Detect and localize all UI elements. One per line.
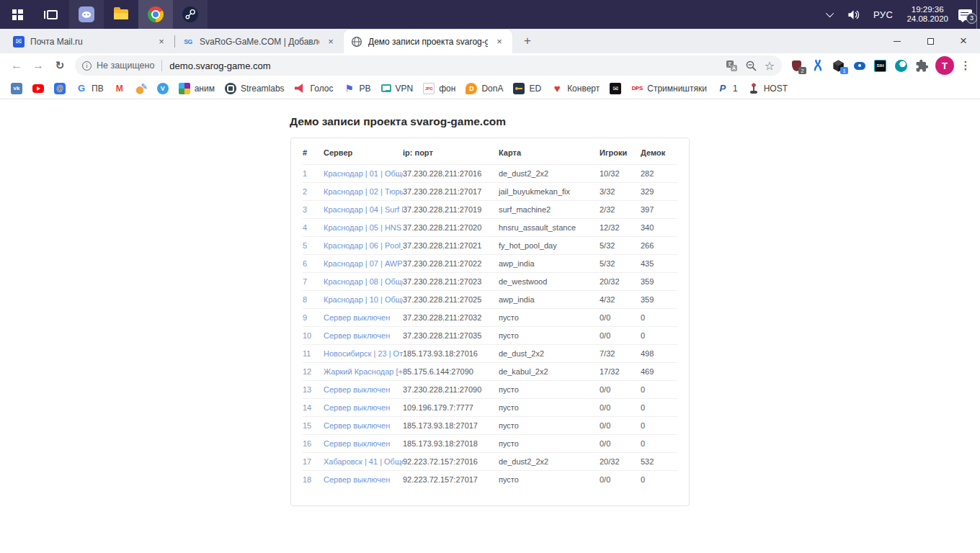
swirl-extension-button[interactable]: [891, 55, 911, 76]
show-desktop-strip[interactable]: [976, 0, 980, 29]
tab-close-icon[interactable]: [325, 36, 337, 48]
windows-logo-icon: [12, 9, 23, 20]
start-button[interactable]: [0, 0, 35, 29]
server-link[interactable]: Сервер выключен: [324, 331, 403, 340]
bookmark-item[interactable]: JPG фон: [418, 81, 460, 96]
translate-icon[interactable]: [726, 60, 738, 72]
server-link[interactable]: Сервер выключен: [324, 475, 403, 484]
zoom-out-icon[interactable]: [745, 60, 757, 72]
adblock-extension-button[interactable]: 2: [787, 55, 806, 76]
bookmark-item[interactable]: HOST: [743, 81, 793, 96]
language-indicator[interactable]: РУС: [867, 0, 900, 29]
taskbar-explorer[interactable]: [104, 0, 138, 29]
bookmark-star-icon[interactable]: [765, 59, 775, 73]
server-link[interactable]: Краснодар | 02 | Тюрьма: [324, 187, 403, 196]
server-link[interactable]: Краснодар | 01 | Обществе...: [324, 169, 403, 178]
bookmark-item[interactable]: D DonA: [460, 81, 508, 96]
server-ip: 185.173.93.18:27016: [403, 349, 499, 358]
tab-close-icon[interactable]: [156, 36, 167, 48]
restore-icon: [927, 38, 934, 45]
bookmark-item[interactable]: M: [109, 81, 130, 96]
bookmark-item[interactable]: V: [152, 81, 174, 96]
server-demos: 0: [641, 331, 677, 340]
bookmark-item[interactable]: [605, 81, 626, 96]
bookmark-item[interactable]: vk: [6, 81, 27, 96]
server-link[interactable]: Сервер выключен: [324, 421, 403, 430]
server-link[interactable]: Краснодар | 06 | Pool_day: [324, 241, 403, 250]
bookmark-item[interactable]: VPN: [376, 81, 419, 96]
server-players: 5/32: [600, 241, 641, 250]
mailru-favicon-icon: [13, 36, 24, 48]
close-button[interactable]: [947, 29, 980, 53]
task-view-button[interactable]: [35, 0, 69, 29]
extensions-menu-button[interactable]: [912, 55, 932, 76]
server-link[interactable]: Сервер выключен: [324, 439, 403, 448]
server-number: 3: [303, 205, 324, 214]
header-demos: Демок: [641, 148, 677, 157]
server-link[interactable]: Сервер выключен: [324, 403, 403, 412]
server-link[interactable]: Краснодар | 05 | HNS [100aa]: [324, 223, 403, 232]
bookmark-item[interactable]: P 1: [712, 81, 743, 96]
reload-button[interactable]: [49, 55, 71, 76]
minimize-button[interactable]: [881, 29, 914, 53]
bookmark-item[interactable]: Streamlabs: [220, 81, 290, 96]
bookmark-item[interactable]: ED: [508, 81, 546, 96]
tab-svarog-site[interactable]: SvaRoG-GaMe.COM | Добавлени: [175, 30, 344, 53]
profile-avatar[interactable]: T: [935, 56, 954, 75]
server-link[interactable]: Краснодар | 07 | AWP: [324, 259, 403, 268]
new-tab-button[interactable]: [518, 32, 537, 50]
paypal-icon: P: [717, 83, 729, 94]
sih-extension-button[interactable]: SIH: [870, 55, 890, 76]
server-link[interactable]: Сервер выключен: [324, 385, 403, 394]
server-row: 5 Краснодар | 06 | Pool_day 37.230.228.2…: [303, 236, 677, 254]
back-button[interactable]: [6, 55, 27, 76]
restore-button[interactable]: [914, 29, 947, 53]
bookmark-item[interactable]: РВ: [339, 81, 376, 96]
bookmark-item[interactable]: @: [49, 81, 71, 96]
page-title: Демо записи проекта svarog-game.com: [290, 115, 980, 128]
server-number: 1: [303, 169, 324, 178]
youtube-icon: [32, 84, 44, 93]
key-icon: [513, 83, 525, 94]
server-demos: 266: [641, 241, 677, 250]
taskbar-discord[interactable]: [69, 0, 104, 29]
notification-center-button[interactable]: 3: [958, 9, 972, 20]
server-demos: 0: [641, 385, 677, 394]
bookmark-item[interactable]: Голос: [290, 81, 339, 96]
tab-mail[interactable]: Почта Mail.ru: [6, 30, 174, 53]
taskbar-apps: [0, 0, 208, 29]
taskbar-clock[interactable]: 19:29:36 24.08.2020: [899, 5, 956, 24]
taskbar-chrome[interactable]: [138, 0, 173, 29]
address-bar[interactable]: Не защищено demo.svarog-game.com: [75, 55, 782, 76]
server-ip: 37.230.228.211:27022: [403, 259, 499, 268]
server-link[interactable]: Краснодар | 10 | Обществе...: [324, 295, 403, 304]
cube-extension-button[interactable]: 1: [829, 55, 848, 76]
server-row: 11 Новосибирск | 23 | Открыт... 185.173.…: [303, 344, 677, 362]
server-link[interactable]: Сервер выключен: [324, 313, 403, 322]
taskbar-steam[interactable]: [173, 0, 208, 29]
browser-menu-button[interactable]: [957, 55, 974, 76]
forward-button[interactable]: [27, 55, 49, 76]
tab-close-icon[interactable]: [494, 36, 505, 48]
file-explorer-icon: [114, 9, 128, 19]
server-link[interactable]: Жаркий Краснодар [+18]: [324, 367, 403, 376]
volume-button[interactable]: [840, 0, 867, 29]
server-table-body: 1 Краснодар | 01 | Обществе... 37.230.22…: [303, 164, 677, 488]
bookmark-item[interactable]: DPS Стримништяки: [626, 81, 712, 96]
server-number: 13: [303, 385, 324, 394]
tab-demo-active[interactable]: Демо записи проекта svarog-ga: [344, 30, 512, 53]
dark-theme-extension-button[interactable]: [850, 55, 869, 76]
server-link[interactable]: Краснодар | 08 | Общедост...: [324, 277, 403, 286]
bookmark-item[interactable]: Конверт: [546, 81, 605, 96]
server-link[interactable]: Новосибирск | 23 | Открыт...: [324, 349, 403, 358]
server-link[interactable]: Хабаровск | 41 | Общедосту...: [324, 457, 403, 466]
server-link[interactable]: Краснодар | 04 | Surf RPG (н...: [324, 205, 403, 214]
hidden-icons-button[interactable]: [821, 0, 840, 29]
bookmark-item[interactable]: [27, 82, 49, 95]
server-ip: 109.196.179.7:7777: [403, 403, 499, 412]
bookmark-item[interactable]: аним: [174, 81, 220, 96]
info-icon[interactable]: [82, 61, 92, 71]
bookmark-item[interactable]: [130, 81, 152, 96]
bookmark-item[interactable]: G ПВ: [71, 81, 109, 96]
ribbon-extension-button[interactable]: [808, 55, 827, 76]
